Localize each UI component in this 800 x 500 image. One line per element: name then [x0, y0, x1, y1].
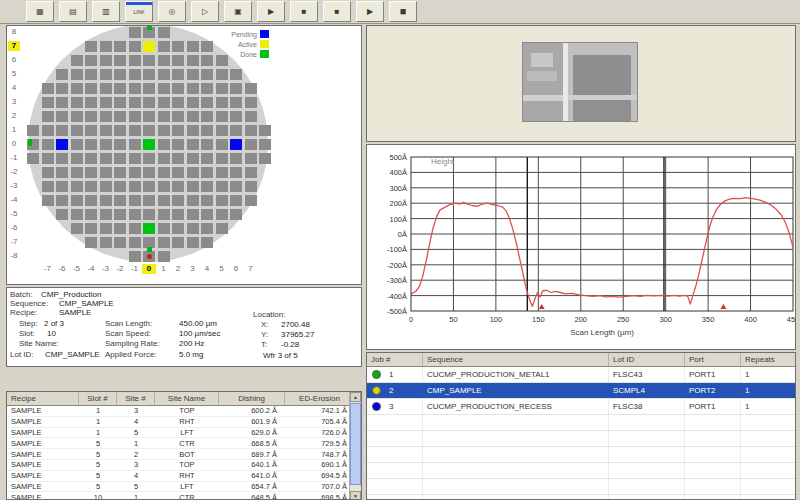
wafer-die-cell[interactable] [114, 41, 126, 52]
wafer-die-cell[interactable] [187, 181, 199, 192]
map-view-button[interactable]: ▦ [26, 1, 54, 22]
wafer-die-cell[interactable] [172, 125, 184, 136]
wafer-die-cell[interactable] [172, 195, 184, 206]
wafer-die-cell[interactable] [56, 83, 68, 94]
wafer-die-cell[interactable] [71, 195, 83, 206]
wafer-die-cell[interactable] [85, 195, 97, 206]
wafer-die-cell[interactable] [114, 223, 126, 234]
job-header-cell[interactable]: Lot ID [609, 353, 685, 366]
wafer-die-cell[interactable] [114, 209, 126, 220]
wafer-die-cell[interactable] [216, 167, 228, 178]
wafer-die-cell[interactable] [230, 83, 242, 94]
wafer-die-cell[interactable] [143, 83, 155, 94]
wafer-die-cell[interactable] [259, 125, 271, 136]
wafer-die-cell[interactable] [158, 237, 170, 248]
wafer-die-cell[interactable] [259, 139, 271, 150]
wafer-die-cell[interactable] [230, 97, 242, 108]
wafer-die-cell[interactable] [216, 223, 228, 234]
wafer-die-cell[interactable] [143, 167, 155, 178]
job-header-cell[interactable]: Repeats [741, 353, 796, 366]
wafer-die-cell[interactable] [201, 237, 213, 248]
wafer-die-cell[interactable] [216, 83, 228, 94]
wafer-die-cell[interactable] [85, 223, 97, 234]
abort-button[interactable]: ◼ [389, 1, 417, 22]
image-button[interactable]: ▣ [224, 1, 252, 22]
wafer-die-cell[interactable] [129, 195, 141, 206]
wafer-die-cell[interactable] [42, 125, 54, 136]
link-button[interactable]: LINK [125, 1, 153, 22]
profile-view-button[interactable]: ▤ [59, 1, 87, 22]
job-header-cell[interactable]: Port [685, 353, 741, 366]
wafer-die-cell[interactable] [158, 167, 170, 178]
wafer-die-cell[interactable] [85, 111, 97, 122]
wafer-die-cell[interactable] [172, 83, 184, 94]
wafer-die-cell[interactable] [201, 195, 213, 206]
wafer-die-cell[interactable] [158, 209, 170, 220]
wafer-die-cell[interactable] [71, 153, 83, 164]
scroll-up-icon[interactable]: ▲ [350, 392, 361, 402]
wafer-die-cell[interactable] [216, 139, 228, 150]
wafer-die-cell[interactable] [100, 111, 112, 122]
wafer-die-cell[interactable] [85, 153, 97, 164]
wafer-die-cell[interactable] [172, 111, 184, 122]
wafer-die-cell[interactable] [100, 209, 112, 220]
table-row[interactable]: SAMPLE51CTR668.5 Å729.5 Å [7, 438, 361, 449]
wafer-die-cell[interactable] [100, 83, 112, 94]
stop-button[interactable]: ■ [290, 1, 318, 22]
wafer-die-cell[interactable] [245, 97, 257, 108]
job-row[interactable]: 3CUCMP_PRODUCTION_RECESSFLSC38PORT11 [367, 399, 795, 415]
wafer-die-cell[interactable] [85, 167, 97, 178]
wafer-die-cell[interactable] [172, 181, 184, 192]
wafer-die-cell[interactable] [56, 97, 68, 108]
wafer-die-cell[interactable] [27, 153, 39, 164]
wafer-die-cell[interactable] [143, 97, 155, 108]
wafer-die-cell[interactable] [129, 97, 141, 108]
wafer-die-cell[interactable] [85, 55, 97, 66]
job-header-cell[interactable]: Job # [367, 353, 423, 366]
wafer-die-cell[interactable] [201, 69, 213, 80]
wafer-die-cell[interactable] [245, 125, 257, 136]
wafer-die-cell[interactable] [56, 181, 68, 192]
wafer-die-cell[interactable] [71, 55, 83, 66]
cursor-button[interactable]: ▷ [191, 1, 219, 22]
wafer-die-cell[interactable] [187, 69, 199, 80]
wafer-die-cell[interactable] [100, 195, 112, 206]
wafer-die-cell[interactable] [85, 69, 97, 80]
wafer-die-cell[interactable] [172, 139, 184, 150]
wafer-die-cell[interactable] [143, 111, 155, 122]
table-row[interactable]: SAMPLE55LFT654.7 Å707.0 Å [7, 482, 361, 493]
wafer-die-cell[interactable] [187, 97, 199, 108]
wafer-die-cell[interactable] [201, 125, 213, 136]
wafer-button[interactable]: ◎ [158, 1, 186, 22]
wafer-die-cell[interactable] [216, 69, 228, 80]
wafer-die-cell[interactable] [245, 153, 257, 164]
wafer-die-cell[interactable] [71, 111, 83, 122]
wafer-die-cell[interactable] [172, 209, 184, 220]
wafer-die-cell[interactable] [129, 153, 141, 164]
wafer-die-cell[interactable] [56, 69, 68, 80]
job-row[interactable]: 1CUCMP_PRODUCTION_METAL1FLSC43PORT11 [367, 367, 795, 383]
results-header-cell[interactable]: Slot # [79, 392, 117, 405]
wafer-die-cell[interactable] [201, 153, 213, 164]
wafer-die-cell[interactable] [56, 167, 68, 178]
wafer-die-cell[interactable] [100, 237, 112, 248]
table-row[interactable]: SAMPLE54RHT641.0 Å694.5 Å [7, 471, 361, 482]
wafer-die-cell[interactable] [71, 223, 83, 234]
wafer-die-cell[interactable] [172, 223, 184, 234]
wafer-die-cell[interactable] [42, 153, 54, 164]
wafer-site-pending[interactable] [230, 139, 242, 150]
wafer-die-cell[interactable] [216, 181, 228, 192]
wafer-die-cell[interactable] [114, 111, 126, 122]
wafer-die-cell[interactable] [129, 41, 141, 52]
wafer-die-cell[interactable] [71, 69, 83, 80]
wafer-die-cell[interactable] [158, 83, 170, 94]
wafer-die-cell[interactable] [114, 83, 126, 94]
wafer-die-cell[interactable] [129, 223, 141, 234]
wafer-die-cell[interactable] [42, 167, 54, 178]
wafer-die-cell[interactable] [245, 111, 257, 122]
wafer-die-cell[interactable] [27, 125, 39, 136]
wafer-die-cell[interactable] [201, 181, 213, 192]
wafer-die-cell[interactable] [245, 181, 257, 192]
wafer-die-cell[interactable] [100, 69, 112, 80]
table-row[interactable]: SAMPLE14RHT601.9 Å705.4 Å [7, 417, 361, 428]
